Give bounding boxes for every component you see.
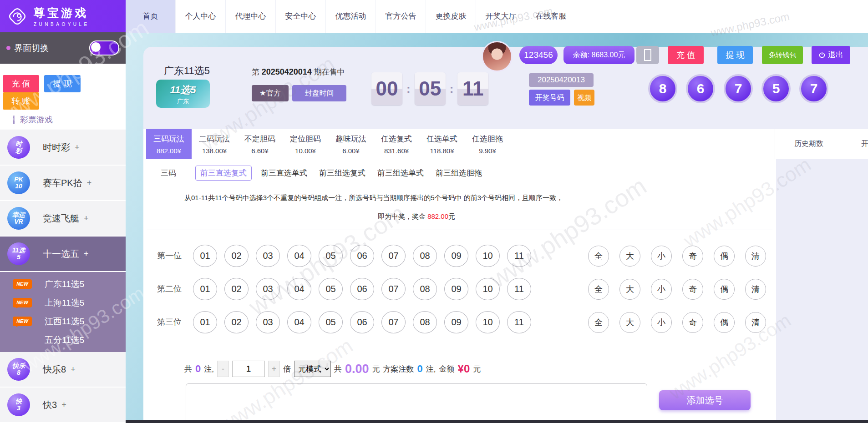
sidebar-subitem[interactable]: 五分11选5 [0,331,126,349]
quick-select-button[interactable]: 奇 [682,279,703,300]
sidebar-item[interactable]: 11选5十一选五+ [0,237,126,272]
quick-select-button[interactable]: 大 [619,246,640,267]
quick-select-button[interactable]: 大 [619,312,640,333]
history-tab[interactable]: 历史期数 [794,139,823,149]
quick-select-button[interactable]: 奇 [682,312,703,333]
quick-select-button[interactable]: 全 [588,246,609,267]
nav-item[interactable]: 首页 [126,0,176,33]
sidebar-subitem[interactable]: NEW广东11选5 [0,275,126,293]
official-badge[interactable]: ★官方 [252,85,289,101]
add-selection-button[interactable]: 添加选号 [659,390,751,410]
nav-item[interactable]: 优惠活动 [326,0,376,33]
number-ball[interactable]: 09 [444,278,468,300]
refresh-box[interactable] [636,46,659,64]
number-ball[interactable]: 08 [413,245,437,267]
number-ball[interactable]: 02 [224,245,249,267]
sidebar-quick-button[interactable]: 充 值 [3,75,39,92]
number-ball[interactable]: 09 [444,245,468,267]
quick-select-button[interactable]: 清 [745,246,766,267]
number-ball[interactable]: 03 [256,311,280,333]
quick-select-button[interactable]: 全 [588,312,609,333]
quick-select-button[interactable]: 大 [619,279,640,300]
sidebar-subitem[interactable]: NEW上海11选5 [0,293,126,312]
nav-item[interactable]: 更换皮肤 [426,0,476,33]
subtab[interactable]: 前三组选复式 [316,166,368,180]
quick-select-button[interactable]: 小 [651,279,672,300]
play-tab[interactable]: 三码玩法882.00¥ [146,129,192,159]
subtab[interactable]: 前三组选单式 [375,166,426,180]
number-ball[interactable]: 10 [476,311,500,333]
number-ball[interactable]: 07 [381,245,406,267]
number-ball[interactable]: 05 [319,278,343,300]
multiplier-input[interactable] [232,361,265,377]
multiplier-plus-button[interactable]: + [268,361,280,377]
number-ball[interactable]: 11 [507,311,531,333]
quick-select-button[interactable]: 奇 [682,246,703,267]
logout-button[interactable]: 退出 [812,46,850,64]
number-ball[interactable]: 04 [287,311,311,333]
quick-select-button[interactable]: 偶 [714,246,735,267]
number-ball[interactable]: 05 [319,245,343,267]
quick-select-button[interactable]: 小 [651,246,672,267]
number-ball[interactable]: 01 [193,311,217,333]
subtab[interactable]: 前三直选单式 [258,166,310,180]
draw-number-button[interactable]: 开奖号码 [529,90,570,106]
play-tab[interactable]: 二码玩法138.00¥ [192,129,237,159]
number-ball[interactable]: 08 [413,311,437,333]
nav-item[interactable]: 安全中心 [276,0,326,33]
subtab[interactable]: 前三组选胆拖 [433,166,485,180]
quick-select-button[interactable]: 偶 [714,312,735,333]
play-tab[interactable]: 不定胆码6.60¥ [237,129,283,159]
subtab[interactable]: 前三直选复式 [195,166,252,181]
number-ball[interactable]: 03 [256,278,280,300]
sidebar-item[interactable]: 快乐8快乐8+ [0,352,126,388]
multiplier-minus-button[interactable]: - [217,361,229,377]
nav-item[interactable]: 官方公告 [376,0,426,33]
number-ball[interactable]: 06 [350,311,374,333]
nav-item[interactable]: 开奖大厅 [476,0,526,33]
sidebar-quick-button[interactable]: 提 现 [44,75,81,92]
number-ball[interactable]: 06 [350,245,374,267]
number-ball[interactable]: 04 [287,278,311,300]
number-ball[interactable]: 05 [319,311,343,333]
number-ball[interactable]: 10 [476,245,500,267]
quick-select-button[interactable]: 清 [745,312,766,333]
number-ball[interactable]: 07 [381,311,406,333]
recharge-button[interactable]: 充 值 [668,46,704,64]
number-ball[interactable]: 11 [507,245,531,267]
number-ball[interactable]: 11 [507,278,531,300]
number-ball[interactable]: 02 [224,311,249,333]
quick-select-button[interactable]: 清 [745,279,766,300]
number-ball[interactable]: 09 [444,311,468,333]
nav-item[interactable]: 代理中心 [226,0,276,33]
quick-select-button[interactable]: 全 [588,279,609,300]
username-pill[interactable]: 123456 [519,46,558,64]
number-ball[interactable]: 10 [476,278,500,300]
wallet-button[interactable]: 免转钱包 [762,46,803,64]
quick-select-button[interactable]: 小 [651,312,672,333]
sidebar-item[interactable]: 快3快3+ [0,388,126,423]
play-tab[interactable]: 定位胆码10.00¥ [283,129,328,159]
play-tab[interactable]: 任选复式831.60¥ [374,129,419,159]
manual-entry-box[interactable] [186,383,647,423]
number-ball[interactable]: 01 [193,278,217,300]
sidebar-item[interactable]: 时彩时时彩+ [0,130,126,166]
video-button[interactable]: 视频 [574,90,594,106]
play-tab[interactable]: 任选单式118.80¥ [419,129,465,159]
number-ball[interactable]: 02 [224,278,249,300]
nav-item[interactable]: 个人中心 [176,0,226,33]
sidebar-quick-button[interactable]: 转 账 [3,92,39,110]
sidebar-item[interactable]: PK10赛车PK拾+ [0,166,126,201]
mode-select[interactable]: 元模式 [294,361,331,377]
withdraw-button[interactable]: 提 现 [717,46,753,64]
number-ball[interactable]: 06 [350,278,374,300]
number-ball[interactable]: 04 [287,245,311,267]
nav-item[interactable]: 在线客服 [526,0,576,33]
close-time-button[interactable]: 封盘时间 [292,85,346,101]
number-ball[interactable]: 01 [193,245,217,267]
number-ball[interactable]: 07 [381,278,406,300]
play-tab[interactable]: 任选胆拖9.90¥ [465,129,510,159]
avatar[interactable] [482,41,513,72]
sidebar-item[interactable]: 幸运VR竞速飞艇+ [0,201,126,237]
quick-select-button[interactable]: 偶 [714,279,735,300]
